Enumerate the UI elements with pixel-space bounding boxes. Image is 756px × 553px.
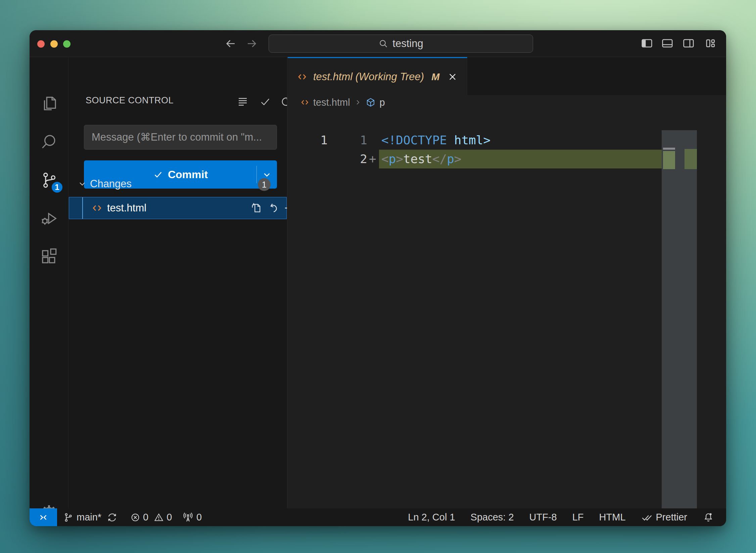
search-view-icon[interactable] — [40, 133, 58, 151]
errors-icon — [130, 512, 140, 522]
minimap-scrollbar[interactable] — [662, 130, 697, 526]
eol-item[interactable]: LF — [572, 512, 584, 523]
minimize-traffic-light[interactable] — [50, 40, 58, 48]
toggle-panel-icon[interactable] — [661, 37, 674, 50]
changes-label: Changes — [90, 175, 132, 193]
changes-count-badge: 1 — [258, 178, 271, 191]
symbol-element-icon — [366, 97, 376, 107]
breadcrumb-file[interactable]: test.html — [313, 97, 350, 108]
html-file-icon — [92, 203, 102, 213]
overview-ruler-added-mark — [684, 149, 697, 169]
code-line[interactable]: 2 + <p>test</p> — [287, 150, 726, 168]
remote-icon — [38, 512, 49, 523]
maximize-traffic-light[interactable] — [63, 40, 70, 48]
language-mode-item[interactable]: HTML — [599, 512, 626, 523]
customize-layout-icon[interactable] — [704, 37, 717, 50]
close-traffic-light[interactable] — [37, 40, 45, 48]
extensions-icon[interactable] — [40, 248, 58, 266]
indentation-item[interactable]: Spaces: 2 — [471, 512, 514, 523]
sidebar-title: SOURCE CONTROL — [86, 93, 174, 107]
radio-tower-icon — [182, 512, 194, 523]
vscode-window: testing 1 — [30, 30, 726, 526]
activity-bar: 1 1 — [30, 57, 68, 508]
editor-group: test.html (Working Tree) M ¶ — [287, 57, 726, 508]
remote-indicator[interactable] — [30, 508, 57, 526]
branch-status-item[interactable]: main* — [63, 508, 117, 526]
open-file-icon[interactable] — [250, 202, 262, 214]
run-debug-icon[interactable] — [40, 209, 58, 228]
minimap-line-mark — [663, 148, 675, 150]
problems-status-item[interactable]: 0 0 — [130, 508, 172, 526]
back-button[interactable] — [225, 38, 237, 50]
toggle-primary-sidebar-icon[interactable] — [641, 37, 653, 50]
breadcrumb-symbol[interactable]: p — [380, 97, 385, 108]
status-bar-right: Ln 2, Col 1 Spaces: 2 UTF-8 LF HTML Pret… — [408, 508, 714, 526]
git-branch-icon — [63, 512, 73, 522]
warnings-count: 0 — [167, 512, 172, 523]
close-tab-icon[interactable] — [447, 72, 458, 82]
code-text: <!DOCTYPE html> — [381, 131, 490, 150]
ports-status-item[interactable]: 0 — [182, 508, 202, 526]
breadcrumb: test.html p — [300, 95, 385, 110]
tab-test-html[interactable]: test.html (Working Tree) M — [288, 57, 467, 96]
view-as-list-icon[interactable] — [237, 96, 249, 108]
search-text: testing — [392, 38, 423, 50]
old-line-number: 1 — [298, 131, 328, 150]
html-file-icon — [297, 72, 307, 82]
scm-badge: 1 — [51, 181, 63, 194]
changes-section-header[interactable]: Changes — [68, 175, 287, 193]
search-icon — [378, 39, 388, 49]
indent-guide — [82, 197, 83, 219]
tab-title: test.html (Working Tree) — [313, 71, 424, 83]
errors-count: 0 — [143, 512, 148, 523]
html-file-icon — [300, 98, 309, 107]
source-control-sidebar: SOURCE CONTROL Commit Changes — [68, 57, 287, 508]
branch-name: main* — [77, 512, 101, 523]
toggle-secondary-sidebar-icon[interactable] — [682, 37, 695, 50]
chevron-right-icon — [354, 99, 362, 106]
notifications-bell-icon[interactable] — [703, 512, 714, 523]
diff-sign: + — [369, 150, 380, 168]
sync-icon — [107, 512, 117, 523]
encoding-item[interactable]: UTF-8 — [529, 512, 557, 523]
cursor-position-item[interactable]: Ln 2, Col 1 — [408, 512, 455, 523]
status-bar: main* 0 0 0 Ln 2, Col 1 Spaces: 2 UTF-8 — [30, 508, 726, 526]
minimap-added-mark — [663, 151, 675, 169]
command-center-search[interactable]: testing — [269, 35, 533, 53]
double-check-icon — [641, 512, 653, 523]
chevron-down-icon — [78, 179, 87, 189]
discard-changes-icon[interactable] — [267, 202, 279, 214]
explorer-icon[interactable] — [40, 95, 58, 113]
forward-button[interactable] — [246, 38, 258, 50]
titlebar: testing — [30, 30, 726, 57]
changed-file-name: test.html — [107, 197, 146, 219]
commit-message-input[interactable] — [84, 125, 277, 150]
diff-editor-content[interactable]: 1 1 <!DOCTYPE html> 2 + <p>test</p> — [287, 110, 726, 508]
tab-modified-letter: M — [431, 71, 439, 83]
formatter-name: Prettier — [656, 512, 687, 523]
code-text: <p>test</p> — [381, 150, 462, 168]
ports-count: 0 — [196, 512, 202, 523]
formatter-status-item[interactable]: Prettier — [641, 512, 687, 523]
commit-check-icon[interactable] — [259, 96, 271, 108]
new-line-number: 2 — [332, 150, 367, 168]
tab-bar: test.html (Working Tree) M ¶ — [287, 57, 726, 96]
warnings-icon — [154, 512, 164, 522]
code-line[interactable]: 1 1 <!DOCTYPE html> — [287, 131, 726, 150]
new-line-number: 1 — [332, 131, 367, 150]
changed-file-row[interactable]: test.html M — [69, 197, 287, 219]
